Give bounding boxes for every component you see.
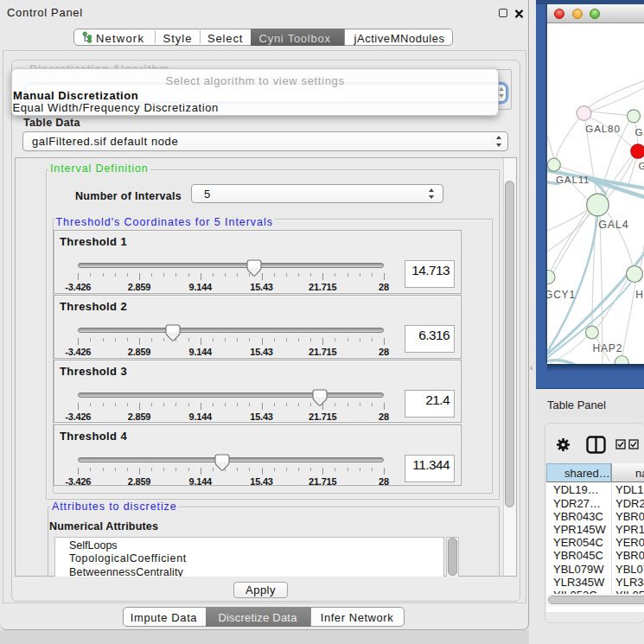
svg-text:GAL4: GAL4 [598, 219, 628, 231]
svg-text:GA: GA [634, 126, 644, 137]
svg-text:HAP2: HAP2 [592, 342, 622, 354]
svg-text:G: G [638, 160, 644, 171]
svg-text:GAL11: GAL11 [555, 174, 590, 185]
svg-text:H: H [635, 289, 643, 301]
svg-text:GCY1: GCY1 [547, 289, 576, 301]
svg-text:GAL80: GAL80 [585, 123, 620, 134]
